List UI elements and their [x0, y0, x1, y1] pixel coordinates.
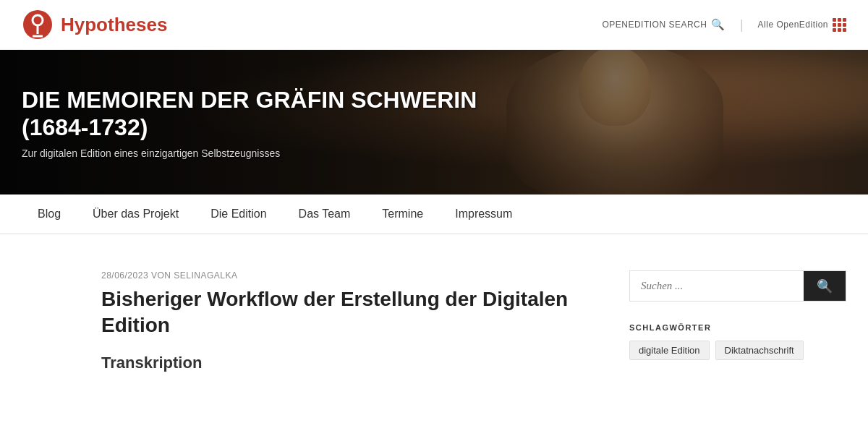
nav-list: Blog Über das Projekt Die Edition Das Te… — [22, 195, 846, 234]
openedition-search-button[interactable]: OPENEDITION SEARCH 🔍 — [602, 18, 726, 31]
nav-link-blog[interactable]: Blog — [22, 195, 77, 234]
logo-link[interactable]: Hypotheses — [22, 9, 167, 40]
alle-openedition-button[interactable]: Alle OpenEdition — [758, 18, 846, 32]
search-box: 🔍 — [629, 270, 846, 302]
grid-icon — [833, 18, 846, 32]
sidebar: 🔍 SCHLAGWÖRTER digitale Edition Diktatna… — [629, 270, 846, 372]
hero-banner: DIE MEMOIREN DER GRÄFIN SCHWERIN (1684-1… — [0, 50, 868, 195]
main-content: 28/06/2023 VON SELINAGALKA Bisheriger Wo… — [0, 234, 868, 394]
hero-subtitle: Zur digitalen Edition eines einzigartige… — [22, 147, 492, 158]
nav-item-blog: Blog — [22, 195, 77, 234]
site-nav: Blog Über das Projekt Die Edition Das Te… — [0, 195, 868, 234]
logo-text: Hypotheses — [61, 14, 167, 36]
nav-link-termine[interactable]: Termine — [366, 195, 439, 234]
nav-item-termine: Termine — [366, 195, 439, 234]
nav-item-edition: Die Edition — [195, 195, 282, 234]
nav-item-projekt: Über das Projekt — [77, 195, 195, 234]
nav-link-edition[interactable]: Die Edition — [195, 195, 282, 234]
search-button-icon: 🔍 — [817, 278, 833, 294]
post-section-title: Transkription — [101, 354, 600, 372]
header-right: OPENEDITION SEARCH 🔍 | Alle OpenEdition — [602, 17, 846, 33]
hypotheses-logo-icon — [22, 9, 54, 40]
nav-link-impressum[interactable]: Impressum — [439, 195, 528, 234]
post-meta: 28/06/2023 VON SELINAGALKA — [101, 270, 600, 281]
nav-item-team: Das Team — [283, 195, 367, 234]
nav-item-impressum: Impressum — [439, 195, 528, 234]
hero-title: DIE MEMOIREN DER GRÄFIN SCHWERIN (1684-1… — [22, 86, 492, 142]
search-icon: 🔍 — [711, 18, 726, 31]
schlagworter-label: SCHLAGWÖRTER — [629, 323, 846, 332]
tag-diktatnachschrift[interactable]: Diktatnachschrift — [715, 341, 804, 360]
nav-link-team[interactable]: Das Team — [283, 195, 367, 234]
alle-openedition-label: Alle OpenEdition — [758, 20, 828, 30]
tags-row: digitale Edition Diktatnachschrift — [629, 341, 846, 360]
post-title[interactable]: Bisheriger Workflow der Erstellung der D… — [101, 286, 600, 339]
content-area: 28/06/2023 VON SELINAGALKA Bisheriger Wo… — [101, 270, 600, 372]
header-separator: | — [740, 17, 744, 33]
nav-link-projekt[interactable]: Über das Projekt — [77, 195, 195, 234]
search-input[interactable] — [630, 271, 804, 301]
search-button[interactable]: 🔍 — [804, 271, 846, 301]
openedition-search-label: OPENEDITION SEARCH — [602, 20, 707, 30]
site-header: Hypotheses OPENEDITION SEARCH 🔍 | Alle O… — [0, 0, 868, 50]
hero-content: DIE MEMOIREN DER GRÄFIN SCHWERIN (1684-1… — [22, 86, 492, 159]
tag-digitale-edition[interactable]: digitale Edition — [629, 341, 710, 360]
